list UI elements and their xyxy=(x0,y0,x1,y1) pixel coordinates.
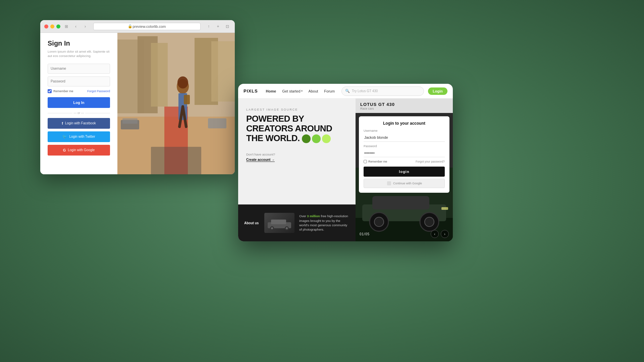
svg-rect-3 xyxy=(151,43,168,107)
login-button[interactable]: Log In xyxy=(48,97,110,108)
car-title: LOTUS GT 430 xyxy=(360,102,448,107)
login-card-title: Login to your account xyxy=(364,121,445,126)
twitter-login-button[interactable]: 🐦 Login with Twitter xyxy=(48,131,110,142)
svg-point-23 xyxy=(286,227,288,229)
slider-arrows: ‹ › xyxy=(431,230,449,238)
slider-next-button[interactable]: › xyxy=(441,230,449,238)
svg-rect-5 xyxy=(211,41,235,102)
password-field-label: Password xyxy=(364,144,445,148)
window-2-content: PIXLS Home Get started ▾ About Forum 🔍 T… xyxy=(238,84,453,241)
close-button[interactable] xyxy=(44,24,48,28)
url-text: preview.colorlib.com xyxy=(132,24,166,28)
svg-point-22 xyxy=(271,227,273,229)
or-divider: — or — xyxy=(48,111,110,115)
window-1-content: Sign In Lorem ipsum dolor sit amet elit.… xyxy=(40,33,235,174)
pixls-right-panel: LOTUS GT 430 Race cars Login to your acc… xyxy=(356,99,453,241)
nav-get-started[interactable]: Get started ▾ xyxy=(279,88,305,95)
svg-rect-19 xyxy=(271,220,286,224)
hero-image xyxy=(117,33,235,174)
password-input[interactable] xyxy=(48,76,110,86)
toggle-dark xyxy=(302,134,311,143)
back-icon[interactable]: ‹ xyxy=(72,23,79,30)
nav-forum[interactable]: Forum xyxy=(321,88,337,95)
username-input[interactable] xyxy=(48,64,110,74)
nav-about[interactable]: About xyxy=(306,88,321,95)
url-bar[interactable]: 🔒 preview.colorlib.com xyxy=(93,23,201,30)
facebook-login-button[interactable]: f Login with Facebook xyxy=(48,118,110,129)
search-bar[interactable]: 🔍 Try Lotus GT 430 xyxy=(341,86,424,96)
google-login-button[interactable]: G Login with Google xyxy=(48,145,110,156)
username-field-label: Username xyxy=(364,129,445,132)
svg-rect-13 xyxy=(184,95,190,104)
headline-line-2: CREATORS AROUND xyxy=(246,124,347,133)
create-account-link[interactable]: Create account → xyxy=(246,158,275,162)
login-remember-checkbox[interactable] xyxy=(364,160,367,163)
pixls-login-button[interactable]: Login xyxy=(428,87,447,95)
login-password-input[interactable] xyxy=(364,148,445,157)
svg-rect-28 xyxy=(372,196,429,209)
login-card-button[interactable]: login xyxy=(364,167,445,177)
google-login-label: Login with Google xyxy=(68,148,95,152)
hero-subtitle: LARGEST IMAGE SOURCE xyxy=(246,108,347,111)
pixls-navbar: PIXLS Home Get started ▾ About Forum 🔍 T… xyxy=(238,84,453,99)
svg-point-32 xyxy=(425,217,434,227)
car-header: LOTUS GT 430 Race cars xyxy=(356,99,453,113)
browser-window-1: ⊞ ‹ › 🔒 preview.colorlib.com ↑ + ⊡ Sign … xyxy=(40,20,235,174)
new-tab-icon[interactable]: + xyxy=(215,23,221,30)
social-button-label: Continue with Google xyxy=(393,182,422,185)
svg-rect-33 xyxy=(441,207,448,210)
url-lock-icon: 🔒 xyxy=(128,24,132,28)
facebook-icon: f xyxy=(62,121,63,125)
close-tab-icon[interactable]: ⊡ xyxy=(224,23,231,30)
minimize-button[interactable] xyxy=(50,24,54,28)
remember-label: Remember me xyxy=(48,89,73,93)
remember-row: Remember me Forgot Password xyxy=(48,89,110,93)
svg-rect-8 xyxy=(151,147,201,174)
about-car-image xyxy=(264,213,294,233)
signin-title: Sign In xyxy=(48,40,110,47)
browser-window-2: PIXLS Home Get started ▾ About Forum 🔍 T… xyxy=(238,84,453,241)
google-icon: G xyxy=(63,148,66,152)
pixls-left-panel: LARGEST IMAGE SOURCE POWERED BY CREATORS… xyxy=(238,99,356,241)
nav-items: Home Get started ▾ About Forum xyxy=(263,88,338,95)
login-username-input[interactable] xyxy=(364,133,445,142)
get-started-chevron-icon: ▾ xyxy=(301,89,303,93)
traffic-lights xyxy=(44,24,60,28)
share-icon[interactable]: ↑ xyxy=(205,23,212,30)
slider-prev-button[interactable]: ‹ xyxy=(431,230,439,238)
maximize-button[interactable] xyxy=(56,24,60,28)
svg-point-14 xyxy=(177,76,188,88)
headline-line-1: POWERED BY xyxy=(246,114,347,124)
slider-navigation: 01/05 ‹ › xyxy=(356,230,453,238)
facebook-login-label: Login with Facebook xyxy=(65,121,96,125)
hero-headline: POWERED BY CREATORS AROUND THE WORLD. xyxy=(246,114,347,143)
slider-counter: 01/05 xyxy=(360,232,370,236)
login-card-options-row: Remember me Forgot your password? xyxy=(364,160,445,163)
login-card: Login to your account Username Password … xyxy=(359,116,449,193)
forgot-password-link[interactable]: Forgot Password xyxy=(87,89,110,93)
nav-home[interactable]: Home xyxy=(263,88,279,95)
photo-panel xyxy=(117,33,235,174)
headline-line-3: THE WORLD. xyxy=(246,133,300,143)
login-social-button[interactable]: Continue with Google xyxy=(364,179,445,188)
headline-line-3-row: THE WORLD. xyxy=(246,133,347,143)
about-section: About us Over 3 million free high-resol xyxy=(238,204,356,241)
login-forgot-link[interactable]: Forgot your password? xyxy=(416,160,445,163)
login-remember-label: Remember me xyxy=(364,160,387,163)
sidebar-toggle-icon[interactable]: ⊞ xyxy=(63,23,70,30)
no-account-section: Don't have account? Create account → xyxy=(238,153,356,162)
pixls-logo: PIXLS xyxy=(244,88,258,94)
pixls-hero: LARGEST IMAGE SOURCE POWERED BY CREATORS… xyxy=(238,99,356,143)
toggle-lime xyxy=(322,134,331,143)
svg-rect-24 xyxy=(387,181,391,185)
forward-icon[interactable]: › xyxy=(82,23,89,30)
twitter-icon: 🐦 xyxy=(62,134,67,139)
remember-checkbox[interactable] xyxy=(48,89,52,93)
about-text: Over 3 million free high-resolution imag… xyxy=(299,214,350,232)
twitter-login-label: Login with Twitter xyxy=(69,135,95,138)
pixls-main: LARGEST IMAGE SOURCE POWERED BY CREATORS… xyxy=(238,99,453,241)
signin-panel: Sign In Lorem ipsum dolor sit amet elit.… xyxy=(40,33,117,174)
color-toggles xyxy=(302,134,331,143)
signin-description: Lorem ipsum dolor sit amet elit. Sapient… xyxy=(48,49,110,58)
svg-rect-17 xyxy=(208,118,226,128)
